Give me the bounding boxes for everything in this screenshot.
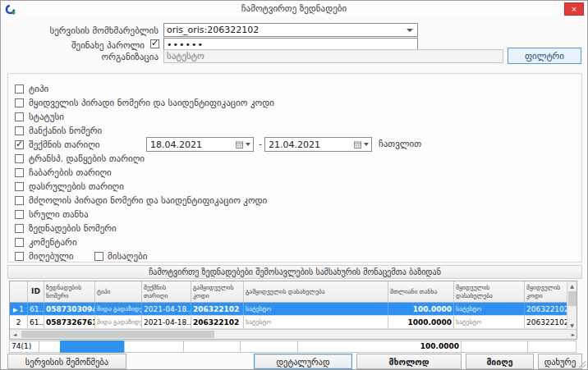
creation-date-checkbox[interactable]: ✓: [15, 140, 24, 149]
completion-date-checkbox[interactable]: [15, 182, 24, 191]
car-number-label: მანქანის ნომერი: [29, 126, 102, 136]
delivery-date-checkbox[interactable]: [15, 168, 24, 177]
selected-total-amount: 100.0000: [297, 340, 462, 353]
cell-buyer-name: სატესტო: [454, 316, 525, 328]
scroll-left-icon[interactable]: ◄: [10, 330, 20, 339]
grid-header-row: ID ზედნადების ნომერი ტიპი შექმნის თარიღი…: [10, 281, 567, 303]
cell-seller-code: 206322102: [191, 316, 244, 328]
creation-date-label: შექმნის თარიღი: [29, 139, 100, 150]
cell-id: 61...: [28, 303, 44, 315]
cell-seller-name: სატესტო: [244, 316, 388, 328]
to-receive-label: მისაღები: [108, 251, 147, 262]
close-icon: ×: [572, 4, 577, 14]
received-checkbox[interactable]: [15, 252, 24, 261]
header-seller-name[interactable]: გამყიდველის დასახელება: [244, 281, 388, 302]
header-seller-code[interactable]: გამყიდველის კოდი: [191, 281, 244, 302]
close-button[interactable]: ×: [564, 2, 584, 16]
to-receive-checkbox[interactable]: [94, 252, 103, 261]
header-waybill-number[interactable]: ზედნადების ნომერი: [44, 281, 95, 302]
car-number-checkbox[interactable]: [15, 126, 24, 135]
filter-row-transport-start-date: ტრანსპ. დაწყების თარიღი: [15, 152, 581, 166]
cell-creation-date: 2021-04-18...: [142, 303, 191, 315]
received-label: მიღებული: [29, 251, 74, 262]
cell-id: 61...: [28, 316, 44, 328]
filter-row-car-number: მანქანის ნომერი: [15, 124, 581, 138]
full-amount-checkbox[interactable]: [15, 210, 24, 219]
save-password-label: შეინახე პაროლი: [1, 40, 145, 51]
filter-button[interactable]: ფილტრი: [508, 48, 581, 64]
status-checkbox[interactable]: [15, 112, 24, 121]
cell-waybill-number: 0587303094: [44, 303, 95, 315]
chevron-down-icon[interactable]: [364, 143, 369, 146]
save-password-checkbox[interactable]: ✓: [150, 39, 159, 48]
service-check-button[interactable]: სერვისის შემოწმება: [7, 354, 126, 369]
organization-field: სატესტო: [163, 49, 503, 63]
check-icon: ✓: [16, 139, 23, 149]
date-from-picker[interactable]: 18.04.2021: [146, 137, 254, 152]
comment-checkbox[interactable]: [15, 238, 24, 247]
filters-group: ტიპი მყიდველის პირადი ნომერი და საიდენტი…: [7, 73, 582, 263]
close-dialog-button[interactable]: დახურე: [538, 354, 582, 369]
date-to-picker[interactable]: 21.04.2021: [264, 137, 372, 152]
header-buyer-code[interactable]: მყიდველის კოდი: [525, 281, 567, 302]
date-range-separator: -: [259, 139, 262, 149]
filter-row-full-amount: სრული თანხა: [15, 208, 581, 222]
chevron-down-icon: [407, 29, 413, 32]
transport-start-date-checkbox[interactable]: [15, 154, 24, 163]
transport-start-date-label: ტრანსპ. დაწყების თარიღი: [29, 153, 145, 164]
only-button[interactable]: მხოლოდ: [356, 354, 462, 369]
header-total-amount[interactable]: მთლიანი თანხა: [388, 281, 454, 302]
service-user-combobox[interactable]: oris_oris:206322102: [163, 23, 418, 37]
header-type[interactable]: ტიპი: [95, 281, 142, 302]
filter-row-buyer-id: მყიდველის პირადი ნომერი და საიდენტიფიკაც…: [15, 96, 581, 110]
grid-banner: ჩამოტვირთე ზედნადებები შემოსავლების სამს…: [7, 265, 582, 279]
summary-cell: [461, 340, 528, 353]
horizontal-scroll-thumb[interactable]: [21, 331, 214, 338]
scroll-up-icon[interactable]: ▲: [567, 281, 577, 290]
cell-total-amount: 100.0000: [388, 303, 454, 315]
organization-value: სატესტო: [167, 51, 204, 62]
completion-date-label: დასრულების თარიღი: [29, 181, 124, 192]
receive-button[interactable]: მიიღე: [466, 354, 534, 369]
waybills-grid: ID ზედნადების ნომერი ტიპი შექმნის თარიღი…: [9, 281, 577, 340]
header-id[interactable]: ID: [28, 281, 44, 302]
driver-id-label: მძღოლის პირადი ნომერი და საიდენტიფიკაციო…: [29, 195, 267, 206]
detailed-button[interactable]: დეტალურად: [254, 354, 352, 369]
filter-row-creation-date: ✓ შექმნის თარიღი 18.04.2021 - 21.04.2021: [15, 138, 581, 152]
chevron-down-icon[interactable]: [246, 143, 250, 146]
table-row[interactable]: ▶1 61... 0587303094 შიდა გადაზიდვა 2021-…: [10, 303, 567, 316]
waybill-number-checkbox[interactable]: [15, 224, 24, 233]
summary-cell: [240, 340, 298, 353]
cell-seller-name: სატესტო: [244, 303, 388, 315]
type-checkbox[interactable]: [15, 85, 24, 94]
vertical-scroll-thumb[interactable]: [568, 291, 577, 306]
table-row[interactable]: 2 61... 0587326761 შიდა გადაზიდვა 2021-0…: [10, 316, 567, 329]
service-user-value: oris_oris:206322102: [167, 25, 259, 35]
waybill-number-label: ზედნადების ნომერი: [29, 223, 117, 234]
driver-id-checkbox[interactable]: [15, 196, 24, 205]
row-selector: 2: [10, 316, 28, 328]
header-creation-date[interactable]: შექმნის თარიღი: [142, 281, 191, 302]
resize-grip[interactable]: [579, 361, 586, 368]
record-count: 74(1): [9, 340, 39, 353]
cell-buyer-name: სატესტო: [454, 303, 525, 315]
scroll-right-icon[interactable]: ►: [568, 330, 577, 339]
title-bar: ჩამოტვირთე ზედნადები ×: [1, 1, 587, 17]
cell-total-amount: 1000.0000: [388, 316, 454, 328]
cell-buyer-code: 206322102: [525, 303, 567, 315]
filter-row-comment: კომენტარი: [15, 235, 581, 249]
cell-seller-code: 206322102: [191, 303, 244, 315]
cell-waybill-number: 0587326761: [44, 316, 95, 328]
summary-cell: [39, 340, 61, 353]
calendar-icon: [354, 141, 361, 148]
full-amount-label: სრული თანხა: [29, 209, 89, 220]
comment-label: კომენტარი: [29, 237, 77, 248]
vertical-scrollbar[interactable]: ▲ ▼: [567, 281, 577, 330]
header-buyer-name[interactable]: მყიდველის დასახელება: [454, 281, 525, 302]
buyer-id-checkbox[interactable]: [15, 98, 24, 107]
window-title: ჩამოტვირთე ზედნადები: [1, 3, 587, 14]
filter-row-driver-id: მძღოლის პირადი ნომერი და საიდენტიფიკაციო…: [15, 194, 581, 208]
horizontal-scrollbar[interactable]: ◄ ►: [10, 329, 577, 339]
summary-cell: [124, 340, 184, 353]
filter-row-completion-date: დასრულების თარიღი: [15, 180, 581, 194]
